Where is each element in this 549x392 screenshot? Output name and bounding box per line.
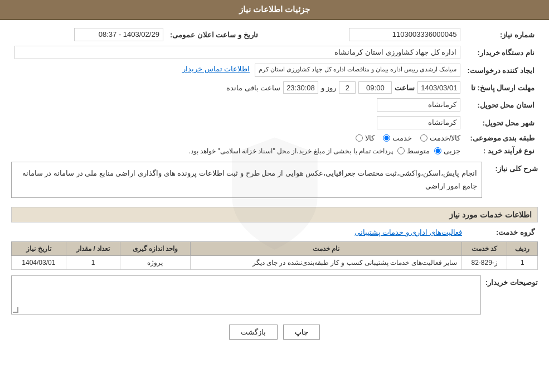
category-label: طبقه بندی موضوعی: <box>464 132 538 144</box>
print-button[interactable]: چاپ <box>283 325 320 340</box>
creator-name: سیامک ارشدی رییس اداره بیمان و مناقصات ا… <box>255 64 461 77</box>
resize-handle[interactable] <box>13 307 18 313</box>
buttons-row: چاپ بازگشت <box>11 319 538 348</box>
services-table: ردیف کد خدمت نام خدمت واحد اندازه گیری ت… <box>11 241 538 270</box>
creator-label: ایجاد کننده درخواست: <box>464 61 538 79</box>
creator-contact-link[interactable]: اطلاعات تماس خریدار <box>182 65 250 73</box>
time-label: ساعت <box>395 84 415 92</box>
cell-date: 1404/03/01 <box>12 255 66 269</box>
need-number-label: شماره نیاز: <box>464 26 538 43</box>
deadline-date: 1403/03/01 <box>417 81 460 94</box>
description-text: انجام پایش،اسکن،واکشی،ثبت مختصات جغرافیا… <box>11 162 482 198</box>
province-label: استان محل تحویل: <box>464 96 538 114</box>
day-label: روز و <box>321 84 337 92</box>
cell-quantity: 1 <box>66 255 120 269</box>
province-value: کرمانشاه <box>377 98 460 112</box>
buyer-org-value: اداره کل جهاد کشاورزی استان کرمانشاه <box>14 46 460 59</box>
deadline-time: 09:00 <box>358 81 392 94</box>
buyer-notes-area[interactable] <box>11 275 481 314</box>
cell-unit: پروژه <box>120 255 190 269</box>
table-row: 1 ز-829-82 سایر فعالیت‌های خدمات پشتیبان… <box>12 255 538 269</box>
process-option-motavasset[interactable]: متوسط <box>397 147 430 155</box>
process-option-jozii[interactable]: جزیی <box>434 147 460 155</box>
process-label: نوع فرآیند خرید : <box>464 144 538 157</box>
col-date: تاریخ نیاز <box>12 241 66 255</box>
col-unit: واحد اندازه گیری <box>120 241 190 255</box>
cell-row-num: 1 <box>507 255 538 269</box>
category-option-kala-khedmat[interactable]: کالا/خدمت <box>420 134 461 142</box>
back-button[interactable]: بازگشت <box>229 325 278 340</box>
city-value: کرمانشاه <box>377 116 460 129</box>
buyer-notes-label: توصیحات خریدار: <box>485 275 538 287</box>
announce-label: تاریخ و ساعت اعلان عمومی: <box>167 26 261 43</box>
services-section-title: اطلاعات خدمات مورد نیاز <box>11 207 538 222</box>
category-option-khedmat[interactable]: خدمت <box>383 134 412 142</box>
col-service-code: کد خدمت <box>461 241 507 255</box>
cell-service-name: سایر فعالیت‌های خدمات پشتیبانی کسب و کار… <box>190 255 461 269</box>
deadline-label: مهلت ارسال پاسخ: تا <box>464 79 538 96</box>
cell-service-code: ز-829-82 <box>461 255 507 269</box>
group-label: گروه خدمت: <box>465 226 538 239</box>
deadline-remaining: 23:30:08 <box>283 81 318 94</box>
process-note: پرداخت تمام یا بخشی از مبلغ خرید،از محل … <box>189 147 393 155</box>
page-title: جزئیات اطلاعات نیاز <box>239 4 310 14</box>
description-label: شرح کلی نیاز: <box>488 162 538 173</box>
city-label: شهر محل تحویل: <box>464 114 538 132</box>
col-quantity: تعداد / مقدار <box>66 241 120 255</box>
col-row-num: ردیف <box>507 241 538 255</box>
need-number-value: 1103003336000045 <box>349 28 460 41</box>
deadline-days: 2 <box>339 81 356 94</box>
col-service-name: نام خدمت <box>190 241 461 255</box>
buyer-org-label: نام دستگاه خریدار: <box>464 43 538 61</box>
category-option-kala[interactable]: کالا <box>356 134 375 142</box>
announce-value: 1403/02/29 - 08:37 <box>74 28 163 41</box>
remaining-label: ساعت باقی مانده <box>226 84 280 92</box>
page-header: جزئیات اطلاعات نیاز <box>0 0 549 20</box>
group-value[interactable]: فعالیت‌های اداری و خدمات پشتیبانی <box>354 228 462 236</box>
